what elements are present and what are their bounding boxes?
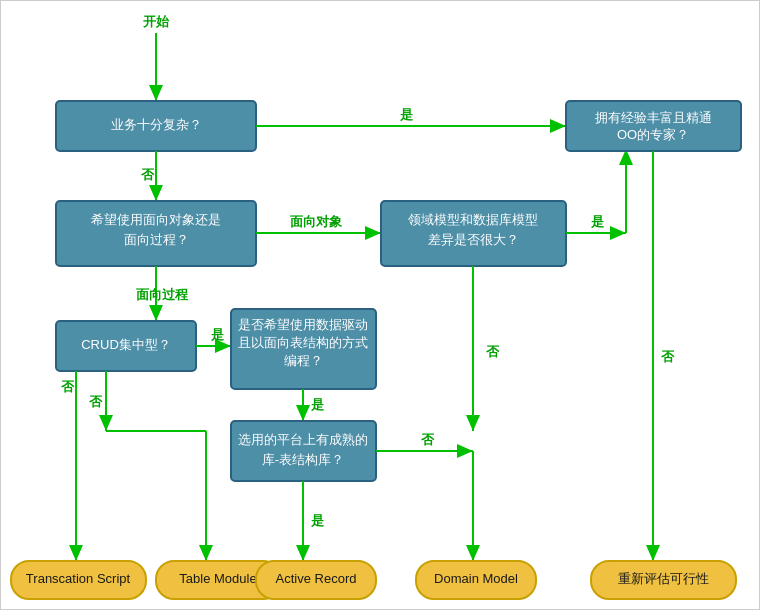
q4-text-1: 拥有经验丰富且精通: [595, 110, 712, 125]
q2-text-2: 面向过程？: [124, 232, 189, 247]
q6-text-1: 是否希望使用数据驱动: [238, 317, 368, 332]
q5-yes-label: 是: [211, 327, 224, 342]
q6-text-2: 且以面向表结构的方式: [238, 335, 368, 350]
q5-text: CRUD集中型？: [81, 337, 171, 352]
q1-yes-label: 是: [400, 107, 413, 122]
q3-yes-label: 是: [591, 214, 604, 229]
q5-no1-label: 否: [61, 379, 75, 394]
t5-text: 重新评估可行性: [618, 571, 709, 586]
q1-text: 业务十分复杂？: [111, 117, 202, 132]
q7-text-1: 选用的平台上有成熟的: [238, 432, 368, 447]
q7-text-2: 库-表结构库？: [262, 452, 344, 467]
q4-text-2: OO的专家？: [617, 127, 689, 142]
q7-box: [231, 421, 376, 481]
q2-text-1: 希望使用面向对象还是: [91, 212, 221, 227]
q4-no-label: 否: [661, 349, 675, 364]
q5-no2-label: 否: [89, 394, 103, 409]
q2-proc-label: 面向过程: [136, 287, 189, 302]
q1-no-label: 否: [141, 167, 155, 182]
t1-text: Transcation Script: [26, 571, 131, 586]
q2-oo-label: 面向对象: [290, 214, 343, 229]
diagram-container: 开始 业务十分复杂？ 是 否 希望使用面向对象还是 面向过程？ 面向对象 面向过…: [0, 0, 760, 610]
q7-yes-label: 是: [311, 513, 324, 528]
q3-text-2: 差异是否很大？: [428, 232, 519, 247]
t3-text: Active Record: [276, 571, 357, 586]
q6-yes-label: 是: [311, 397, 324, 412]
t4-text: Domain Model: [434, 571, 518, 586]
q3-no-label: 否: [486, 344, 500, 359]
q7-no-label: 否: [421, 432, 435, 447]
t2-text: Table Module: [179, 571, 256, 586]
q3-text-1: 领域模型和数据库模型: [408, 212, 538, 227]
q4-box: [566, 101, 741, 151]
start-label: 开始: [142, 14, 170, 29]
q6-text-3: 编程？: [284, 353, 323, 368]
flowchart: 开始 业务十分复杂？ 是 否 希望使用面向对象还是 面向过程？ 面向对象 面向过…: [1, 1, 760, 610]
